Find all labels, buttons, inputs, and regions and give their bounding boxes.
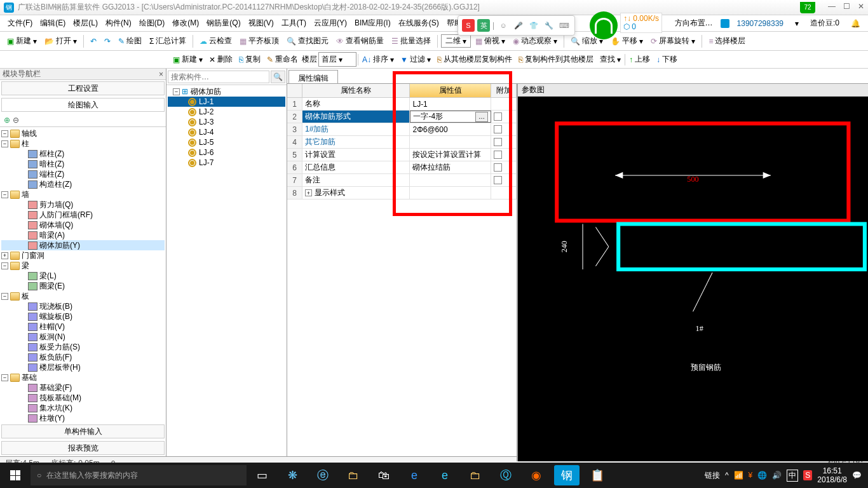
select-floor-button[interactable]: ≡选择楼层	[705, 34, 749, 48]
checkbox[interactable]	[494, 112, 502, 121]
taskview-icon[interactable]: ▭	[247, 463, 277, 488]
edge-icon[interactable]: ⓔ	[308, 463, 338, 488]
ie-icon[interactable]: e	[430, 463, 460, 488]
tree-item[interactable]: 螺旋板(B)	[1, 311, 165, 322]
tree-item[interactable]: 楼层板带(H)	[1, 362, 165, 372]
prop-value[interactable]	[410, 136, 491, 148]
property-row[interactable]: 1名称LJ-1	[287, 98, 517, 111]
nav-close-icon[interactable]: ×	[159, 70, 163, 79]
nav-tab-single[interactable]: 单构件输入	[1, 424, 165, 438]
cloud-check-button[interactable]: ☁云检查	[196, 34, 235, 48]
component-item[interactable]: LJ-6	[168, 147, 285, 158]
nav-tab-draw[interactable]: 绘图输入	[1, 98, 165, 112]
tray-clock[interactable]: 16:51 2018/6/8	[817, 466, 847, 484]
property-row[interactable]: 2砌体加筋形式一字-4形…	[287, 111, 517, 123]
maximize-button[interactable]: ☐	[843, 2, 850, 13]
cad-viewport[interactable]: 500 240 1# 预留钢筋	[518, 97, 868, 461]
tree-item[interactable]: 板负筋(F)	[1, 352, 165, 362]
flat-top-button[interactable]: ▦平齐板顶	[236, 34, 282, 48]
tree-item[interactable]: 筏板基础(M)	[1, 393, 165, 403]
tray-link[interactable]: 链接	[705, 470, 720, 481]
tree-item[interactable]: −基础	[1, 372, 165, 383]
checkbox[interactable]	[494, 176, 502, 184]
menu-modify[interactable]: 修改(M)	[168, 16, 203, 30]
ime-overlay[interactable]: S 英 | ☺ 🎤 👕 🔧 ⌨	[458, 15, 575, 36]
property-row[interactable]: 5计算设置按设定计算设置计算	[287, 149, 517, 161]
tree-item[interactable]: 暗梁(A)	[1, 230, 165, 240]
minimize-button[interactable]: —	[828, 2, 836, 13]
property-row[interactable]: 4其它加筋	[287, 136, 517, 149]
app-icon-1[interactable]: ❋	[277, 463, 308, 488]
prop-extra[interactable]	[491, 98, 517, 110]
explorer-icon[interactable]: 🗀	[338, 463, 369, 488]
component-item[interactable]: LJ-4	[168, 127, 285, 137]
tree-item[interactable]: 柱墩(Y)	[1, 413, 165, 423]
ime-icon-kb[interactable]: ⌨	[558, 19, 571, 32]
tree-toggle-icon[interactable]: −	[1, 293, 8, 300]
prop-value[interactable]: LJ-1	[410, 98, 491, 110]
user-dropdown[interactable]: ▾	[791, 17, 803, 30]
folder-icon[interactable]: 🗀	[460, 463, 491, 488]
redo-button[interactable]: ↷	[101, 35, 114, 48]
menu-floor[interactable]: 楼层(L)	[69, 16, 102, 30]
menu-component[interactable]: 构件(N)	[102, 16, 135, 30]
prop-value[interactable]	[410, 174, 491, 186]
property-row[interactable]: 7备注	[287, 174, 517, 187]
component-search-input[interactable]	[168, 71, 269, 83]
plan-view-button[interactable]: ▦俯视▾	[472, 34, 508, 48]
floor-select[interactable]: 首层▾	[318, 52, 356, 67]
tree-item[interactable]: 构造柱(Z)	[1, 179, 165, 189]
copy-from-button[interactable]: ⎘从其他楼层复制构件	[435, 53, 515, 66]
component-item[interactable]: LJ-1	[168, 97, 285, 107]
tray-vol-icon[interactable]: 🔊	[772, 471, 782, 480]
menu-edit[interactable]: 编辑(E)	[36, 16, 69, 30]
dynamic-view-button[interactable]: ◉动态观察▾	[510, 34, 560, 48]
tree-item[interactable]: 框柱(Z)	[1, 149, 165, 159]
sort-button[interactable]: A↓排序▾	[360, 53, 397, 66]
rotate-button[interactable]: ⟳屏幕旋转▾	[648, 34, 698, 48]
tree-item[interactable]: 砌体墙(Q)	[1, 220, 165, 230]
view-2d-button[interactable]: 二维▾	[441, 34, 471, 48]
glodon-icon[interactable]: 钢	[554, 465, 580, 485]
menu-file[interactable]: 文件(F)	[4, 16, 36, 30]
prop-extra[interactable]	[491, 136, 517, 148]
prop-extra[interactable]	[491, 111, 517, 123]
prop-value[interactable]: 2Φ6@600	[410, 123, 491, 135]
ellipsis-button[interactable]: …	[475, 112, 488, 122]
tray-wifi-icon[interactable]: 📶	[734, 471, 743, 480]
tray-sogou-icon[interactable]: S	[803, 470, 812, 480]
tree-item[interactable]: 人防门框墙(RF)	[1, 210, 165, 220]
collapse-icon[interactable]: ⊖	[13, 116, 19, 125]
prop-extra[interactable]	[491, 187, 517, 199]
tree-toggle-icon[interactable]: −	[173, 88, 180, 95]
view-rebar-button[interactable]: 👁查看钢筋量	[333, 34, 387, 48]
tray-app-icon[interactable]: ¥	[749, 471, 753, 480]
copy-to-button[interactable]: ⎘复制构件到其他楼层	[516, 53, 596, 66]
nav-tab-report[interactable]: 报表预览	[1, 441, 165, 455]
prop-value[interactable]: 按设定计算设置计算	[410, 149, 491, 161]
component-item[interactable]: LJ-3	[168, 117, 285, 127]
bell-icon[interactable]: 🔔	[847, 17, 864, 30]
component-item[interactable]: LJ-2	[168, 107, 285, 117]
store-icon[interactable]: 🛍	[369, 463, 399, 488]
property-tab-edit[interactable]: 属性编辑	[288, 70, 338, 83]
tree-item[interactable]: 柱帽(V)	[1, 322, 165, 332]
comp-rename-button[interactable]: ✎重命名	[264, 53, 301, 66]
prop-extra[interactable]	[491, 123, 517, 135]
qq-icon[interactable]: Ⓠ	[491, 463, 521, 488]
tree-item[interactable]: −梁	[1, 261, 165, 271]
tree-item[interactable]: 集水坑(K)	[1, 403, 165, 413]
filter-button[interactable]: ▼过滤▾	[398, 53, 433, 66]
component-root[interactable]: −⊞砌体加筋	[168, 86, 285, 97]
draw-button[interactable]: ✎绘图	[115, 34, 145, 48]
menu-rebar[interactable]: 钢筋量(Q)	[203, 16, 244, 30]
tray-ime-icon[interactable]: 中	[787, 470, 798, 482]
prop-value[interactable]	[410, 187, 491, 199]
comp-copy-button[interactable]: ⎘复制	[236, 53, 263, 66]
search-button[interactable]: 🔍	[271, 71, 285, 83]
edge2-icon[interactable]: e	[399, 463, 430, 488]
tray-up-icon[interactable]: ^	[725, 471, 729, 480]
tree-item[interactable]: −墙	[1, 189, 165, 200]
tree-toggle-icon[interactable]: −	[1, 191, 8, 198]
tree-item[interactable]: 端柱(Z)	[1, 169, 165, 179]
